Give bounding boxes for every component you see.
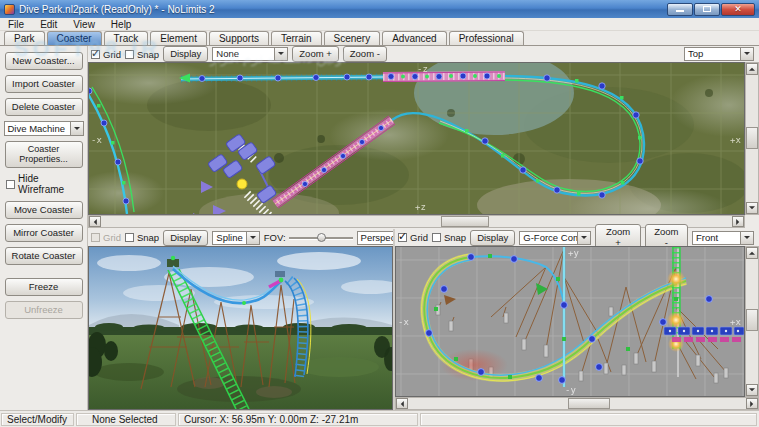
scroll-down-icon[interactable]	[746, 384, 758, 396]
statusbar: Select/Modify None Selected Cursor: X: 5…	[0, 410, 759, 427]
checkbox-check-icon	[398, 233, 407, 242]
scroll-down-icon[interactable]	[746, 202, 758, 214]
coaster-select[interactable]: Dive Machine	[4, 121, 84, 136]
delete-coaster-button[interactable]: Delete Coaster	[5, 98, 83, 116]
perspective-scene	[89, 247, 392, 409]
scroll-left-icon[interactable]	[396, 398, 408, 409]
import-coaster-button[interactable]: Import Coaster	[5, 75, 83, 93]
tab-terrain[interactable]: Terrain	[271, 31, 322, 45]
rotate-coaster-button[interactable]: Rotate Coaster	[5, 247, 83, 265]
fov-slider-thumb[interactable]	[317, 233, 326, 242]
checkbox-icon	[6, 180, 15, 189]
menubar: File Edit View Help	[0, 18, 759, 31]
menu-view[interactable]: View	[65, 19, 103, 30]
tab-scenery[interactable]: Scenery	[324, 31, 381, 45]
maximize-button[interactable]	[694, 3, 720, 16]
front-viewport: Grid Snap Display G-Force Coml Zoom + Zo…	[395, 229, 759, 410]
close-icon: ✕	[734, 5, 742, 14]
coaster-properties-button[interactable]: Coaster Properties...	[5, 141, 83, 168]
editor-main: New Coaster... Import Coaster Delete Coa…	[0, 46, 759, 410]
checkbox-icon	[432, 233, 441, 242]
display-mode-value: None	[212, 47, 274, 61]
front-viewport-canvas[interactable]: +y -y -x +x	[395, 246, 745, 397]
snap-label: Snap	[137, 232, 159, 243]
display-mode-select[interactable]: None	[212, 47, 288, 61]
move-coaster-button[interactable]: Move Coaster	[5, 201, 83, 219]
tab-advanced[interactable]: Advanced	[382, 31, 446, 45]
display-mode-select[interactable]: G-Force Coml	[519, 231, 591, 245]
titlebar: Dive Park.nl2park (ReadOnly) * - NoLimit…	[0, 0, 759, 18]
station-marker-yellow[interactable]	[237, 179, 247, 189]
display-button[interactable]: Display	[470, 230, 515, 246]
snap-label: Snap	[444, 232, 466, 243]
snap-checkbox[interactable]: Snap	[125, 232, 159, 243]
chevron-down-icon	[577, 231, 591, 245]
status-selection: None Selected	[76, 413, 176, 426]
grid-checkbox[interactable]: Grid	[398, 232, 428, 243]
tab-professional[interactable]: Professional	[449, 31, 524, 45]
snap-checkbox[interactable]: Snap	[432, 232, 466, 243]
status-cursor: Cursor: X: 56.95m Y: 0.00m Z: -27.21m	[178, 413, 418, 426]
mirror-coaster-button[interactable]: Mirror Coaster	[5, 224, 83, 242]
zoom-in-button[interactable]: Zoom +	[292, 46, 338, 62]
coaster-sidebar: New Coaster... Import Coaster Delete Coa…	[0, 46, 88, 410]
top-viewport-canvas[interactable]: -z +z -x +x	[88, 62, 745, 215]
display-button[interactable]: Display	[163, 46, 208, 62]
axis-label-right: +x	[730, 317, 741, 327]
menu-help[interactable]: Help	[103, 19, 140, 30]
top-viewport: Grid Snap Display None Zoom + Zoom - Top	[88, 46, 759, 229]
hide-wireframe-checkbox[interactable]: Hide Wireframe	[6, 173, 87, 195]
app-icon	[4, 4, 15, 15]
scroll-right-icon[interactable]	[732, 216, 744, 227]
unfreeze-button: Unfreeze	[5, 301, 83, 319]
coaster-select-value: Dive Machine	[4, 121, 70, 136]
front-viewport-vscroll[interactable]	[745, 246, 759, 397]
chevron-down-icon	[740, 47, 754, 61]
front-viewport-hscroll[interactable]	[395, 397, 759, 410]
checkbox-icon	[125, 233, 134, 242]
zoom-out-button[interactable]: Zoom -	[343, 46, 387, 62]
hide-wireframe-label: Hide Wireframe	[18, 173, 87, 195]
menu-file[interactable]: File	[0, 19, 32, 30]
display-button[interactable]: Display	[163, 230, 208, 246]
chevron-down-icon	[70, 121, 84, 136]
scroll-right-icon[interactable]	[746, 398, 758, 409]
status-mode: Select/Modify	[1, 413, 74, 426]
scroll-up-icon[interactable]	[746, 247, 758, 259]
grid-label: Grid	[103, 49, 121, 60]
checkbox-check-icon	[91, 50, 100, 59]
chevron-down-icon	[246, 231, 260, 245]
freeze-button[interactable]: Freeze	[5, 278, 83, 296]
top-viewport-toolbar: Grid Snap Display None Zoom + Zoom - Top	[88, 46, 759, 62]
tab-supports[interactable]: Supports	[209, 31, 269, 45]
scroll-left-icon[interactable]	[89, 216, 101, 227]
scroll-up-icon[interactable]	[746, 63, 758, 75]
display-mode-value: G-Force Coml	[519, 231, 577, 245]
perspective-viewport-toolbar: Grid Snap Display Spline FOV:	[88, 229, 393, 246]
view-direction-select[interactable]: Top	[684, 47, 754, 61]
menu-edit[interactable]: Edit	[32, 19, 65, 30]
view-direction-select[interactable]: Front	[692, 231, 754, 245]
front-viewport-toolbar: Grid Snap Display G-Force Coml Zoom + Zo…	[395, 229, 759, 246]
tab-park[interactable]: Park	[4, 31, 45, 45]
snap-checkbox[interactable]: Snap	[125, 49, 159, 60]
view-direction-value: Top	[684, 47, 740, 61]
tab-element[interactable]: Element	[150, 31, 207, 45]
tab-track[interactable]: Track	[104, 31, 149, 45]
chevron-down-icon	[274, 47, 288, 61]
display-mode-select[interactable]: Spline	[212, 231, 259, 245]
axis-label-right: +x	[730, 135, 741, 145]
chevron-down-icon	[740, 231, 754, 245]
new-coaster-button[interactable]: New Coaster...	[5, 52, 83, 70]
grid-checkbox[interactable]: Grid	[91, 49, 121, 60]
perspective-viewport-canvas[interactable]	[88, 246, 393, 410]
tab-coaster[interactable]: Coaster	[47, 31, 102, 45]
axis-label-left: -x	[398, 317, 409, 327]
top-viewport-vscroll[interactable]	[745, 62, 759, 215]
fov-slider[interactable]	[289, 232, 353, 244]
minimize-button[interactable]	[667, 3, 693, 16]
axis-label-bottom: -y	[565, 385, 576, 395]
axis-label-top: +y	[568, 248, 579, 258]
close-button[interactable]: ✕	[721, 3, 755, 16]
view-direction-value: Front	[692, 231, 740, 245]
